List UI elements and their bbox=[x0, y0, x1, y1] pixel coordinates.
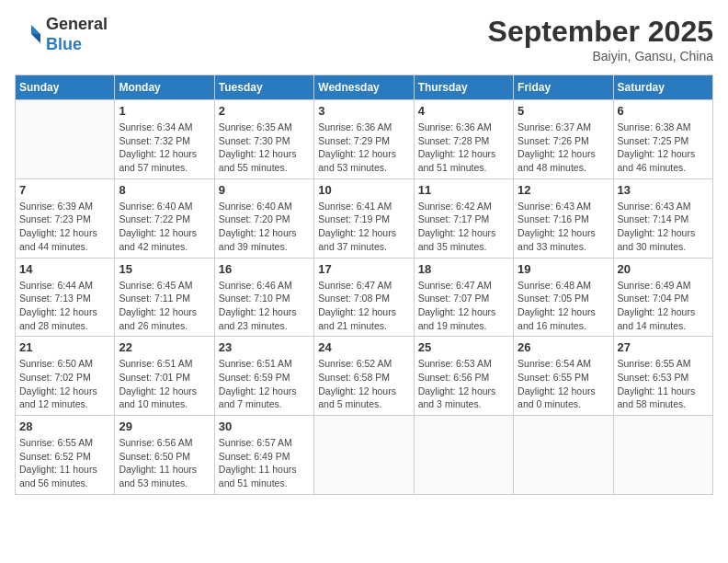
month-title: September 2025 bbox=[488, 15, 713, 49]
day-number: 27 bbox=[618, 340, 709, 354]
day-info: Sunrise: 6:44 AM Sunset: 7:13 PM Dayligh… bbox=[19, 279, 110, 333]
day-number: 26 bbox=[518, 340, 609, 354]
day-info: Sunrise: 6:42 AM Sunset: 7:17 PM Dayligh… bbox=[418, 200, 509, 254]
calendar-cell: 30Sunrise: 6:57 AM Sunset: 6:49 PM Dayli… bbox=[214, 416, 313, 495]
day-number: 12 bbox=[518, 183, 609, 197]
day-info: Sunrise: 6:41 AM Sunset: 7:19 PM Dayligh… bbox=[318, 200, 409, 254]
calendar-cell: 11Sunrise: 6:42 AM Sunset: 7:17 PM Dayli… bbox=[414, 178, 513, 258]
calendar-cell: 1Sunrise: 6:34 AM Sunset: 7:32 PM Daylig… bbox=[115, 100, 214, 179]
calendar-cell: 14Sunrise: 6:44 AM Sunset: 7:13 PM Dayli… bbox=[16, 258, 115, 337]
calendar-cell: 8Sunrise: 6:40 AM Sunset: 7:22 PM Daylig… bbox=[115, 178, 214, 258]
day-number: 22 bbox=[119, 340, 210, 354]
day-info: Sunrise: 6:47 AM Sunset: 7:08 PM Dayligh… bbox=[318, 279, 409, 333]
day-info: Sunrise: 6:36 AM Sunset: 7:29 PM Dayligh… bbox=[318, 121, 409, 175]
calendar-cell bbox=[613, 416, 712, 495]
day-info: Sunrise: 6:43 AM Sunset: 7:16 PM Dayligh… bbox=[518, 200, 609, 254]
calendar-cell: 3Sunrise: 6:36 AM Sunset: 7:29 PM Daylig… bbox=[314, 100, 414, 179]
calendar-week-1: 7Sunrise: 6:39 AM Sunset: 7:23 PM Daylig… bbox=[16, 178, 713, 258]
day-info: Sunrise: 6:56 AM Sunset: 6:50 PM Dayligh… bbox=[119, 436, 210, 490]
day-info: Sunrise: 6:49 AM Sunset: 7:04 PM Dayligh… bbox=[618, 279, 709, 333]
calendar-cell: 4Sunrise: 6:36 AM Sunset: 7:28 PM Daylig… bbox=[414, 100, 513, 179]
logo-blue: Blue bbox=[46, 35, 82, 53]
day-number: 14 bbox=[19, 262, 110, 276]
calendar-cell: 19Sunrise: 6:48 AM Sunset: 7:05 PM Dayli… bbox=[514, 258, 613, 337]
day-number: 20 bbox=[618, 262, 709, 276]
page-header: General Blue September 2025 Baiyin, Gans… bbox=[15, 15, 713, 63]
day-info: Sunrise: 6:39 AM Sunset: 7:23 PM Dayligh… bbox=[19, 200, 110, 254]
calendar-cell: 2Sunrise: 6:35 AM Sunset: 7:30 PM Daylig… bbox=[214, 100, 313, 179]
day-info: Sunrise: 6:50 AM Sunset: 7:02 PM Dayligh… bbox=[19, 357, 110, 411]
calendar-cell: 29Sunrise: 6:56 AM Sunset: 6:50 PM Dayli… bbox=[115, 416, 214, 495]
col-saturday: Saturday bbox=[613, 75, 712, 100]
col-sunday: Sunday bbox=[16, 75, 115, 100]
day-number: 8 bbox=[119, 183, 210, 197]
col-monday: Monday bbox=[115, 75, 214, 100]
calendar-week-4: 28Sunrise: 6:55 AM Sunset: 6:52 PM Dayli… bbox=[16, 416, 713, 495]
day-info: Sunrise: 6:40 AM Sunset: 7:20 PM Dayligh… bbox=[219, 200, 310, 254]
day-number: 9 bbox=[219, 183, 310, 197]
calendar-cell: 17Sunrise: 6:47 AM Sunset: 7:08 PM Dayli… bbox=[314, 258, 414, 337]
calendar-cell: 23Sunrise: 6:51 AM Sunset: 6:59 PM Dayli… bbox=[214, 337, 313, 416]
calendar-cell: 20Sunrise: 6:49 AM Sunset: 7:04 PM Dayli… bbox=[613, 258, 712, 337]
day-info: Sunrise: 6:36 AM Sunset: 7:28 PM Dayligh… bbox=[418, 121, 509, 175]
day-number: 13 bbox=[618, 183, 709, 197]
calendar-cell: 6Sunrise: 6:38 AM Sunset: 7:25 PM Daylig… bbox=[613, 100, 712, 179]
logo-icon bbox=[15, 21, 42, 49]
day-info: Sunrise: 6:34 AM Sunset: 7:32 PM Dayligh… bbox=[119, 121, 210, 175]
day-info: Sunrise: 6:53 AM Sunset: 6:56 PM Dayligh… bbox=[418, 357, 509, 411]
calendar-cell: 15Sunrise: 6:45 AM Sunset: 7:11 PM Dayli… bbox=[115, 258, 214, 337]
calendar-cell: 5Sunrise: 6:37 AM Sunset: 7:26 PM Daylig… bbox=[514, 100, 613, 179]
day-info: Sunrise: 6:38 AM Sunset: 7:25 PM Dayligh… bbox=[618, 121, 709, 175]
calendar-cell: 9Sunrise: 6:40 AM Sunset: 7:20 PM Daylig… bbox=[214, 178, 313, 258]
day-number: 19 bbox=[518, 262, 609, 276]
calendar-cell: 18Sunrise: 6:47 AM Sunset: 7:07 PM Dayli… bbox=[414, 258, 513, 337]
day-number: 6 bbox=[618, 104, 709, 118]
day-info: Sunrise: 6:40 AM Sunset: 7:22 PM Dayligh… bbox=[119, 200, 210, 254]
day-number: 7 bbox=[19, 183, 110, 197]
day-info: Sunrise: 6:48 AM Sunset: 7:05 PM Dayligh… bbox=[518, 279, 609, 333]
calendar-week-0: 1Sunrise: 6:34 AM Sunset: 7:32 PM Daylig… bbox=[16, 100, 713, 179]
calendar-cell: 12Sunrise: 6:43 AM Sunset: 7:16 PM Dayli… bbox=[514, 178, 613, 258]
calendar-cell: 16Sunrise: 6:46 AM Sunset: 7:10 PM Dayli… bbox=[214, 258, 313, 337]
day-number: 16 bbox=[219, 262, 310, 276]
calendar-cell: 24Sunrise: 6:52 AM Sunset: 6:58 PM Dayli… bbox=[314, 337, 414, 416]
day-number: 28 bbox=[19, 419, 110, 433]
calendar-week-2: 14Sunrise: 6:44 AM Sunset: 7:13 PM Dayli… bbox=[16, 258, 713, 337]
day-number: 10 bbox=[318, 183, 409, 197]
calendar-cell: 21Sunrise: 6:50 AM Sunset: 7:02 PM Dayli… bbox=[16, 337, 115, 416]
day-number: 3 bbox=[318, 104, 409, 118]
svg-marker-1 bbox=[31, 34, 40, 43]
calendar-cell: 22Sunrise: 6:51 AM Sunset: 7:01 PM Dayli… bbox=[115, 337, 214, 416]
day-number: 18 bbox=[418, 262, 509, 276]
day-info: Sunrise: 6:55 AM Sunset: 6:52 PM Dayligh… bbox=[19, 436, 110, 490]
day-number: 4 bbox=[418, 104, 509, 118]
calendar-cell: 13Sunrise: 6:43 AM Sunset: 7:14 PM Dayli… bbox=[613, 178, 712, 258]
day-info: Sunrise: 6:54 AM Sunset: 6:55 PM Dayligh… bbox=[518, 357, 609, 411]
logo: General Blue bbox=[15, 15, 108, 54]
calendar-cell: 25Sunrise: 6:53 AM Sunset: 6:56 PM Dayli… bbox=[414, 337, 513, 416]
day-info: Sunrise: 6:45 AM Sunset: 7:11 PM Dayligh… bbox=[119, 279, 210, 333]
day-number: 30 bbox=[219, 419, 310, 433]
day-number: 15 bbox=[119, 262, 210, 276]
col-wednesday: Wednesday bbox=[314, 75, 414, 100]
calendar-body: 1Sunrise: 6:34 AM Sunset: 7:32 PM Daylig… bbox=[16, 100, 713, 495]
calendar-cell bbox=[314, 416, 414, 495]
col-thursday: Thursday bbox=[414, 75, 513, 100]
svg-marker-0 bbox=[31, 25, 40, 34]
day-info: Sunrise: 6:46 AM Sunset: 7:10 PM Dayligh… bbox=[219, 279, 310, 333]
logo-text: General Blue bbox=[46, 15, 108, 54]
day-number: 24 bbox=[318, 340, 409, 354]
calendar-cell: 10Sunrise: 6:41 AM Sunset: 7:19 PM Dayli… bbox=[314, 178, 414, 258]
day-info: Sunrise: 6:57 AM Sunset: 6:49 PM Dayligh… bbox=[219, 436, 310, 490]
calendar-cell bbox=[414, 416, 513, 495]
day-number: 1 bbox=[119, 104, 210, 118]
col-friday: Friday bbox=[514, 75, 613, 100]
calendar-cell bbox=[16, 100, 115, 179]
day-info: Sunrise: 6:51 AM Sunset: 6:59 PM Dayligh… bbox=[219, 357, 310, 411]
logo-general: General bbox=[46, 15, 108, 33]
day-info: Sunrise: 6:47 AM Sunset: 7:07 PM Dayligh… bbox=[418, 279, 509, 333]
day-info: Sunrise: 6:37 AM Sunset: 7:26 PM Dayligh… bbox=[518, 121, 609, 175]
day-info: Sunrise: 6:55 AM Sunset: 6:53 PM Dayligh… bbox=[618, 357, 709, 411]
calendar-header: Sunday Monday Tuesday Wednesday Thursday… bbox=[16, 75, 713, 100]
calendar-week-3: 21Sunrise: 6:50 AM Sunset: 7:02 PM Dayli… bbox=[16, 337, 713, 416]
